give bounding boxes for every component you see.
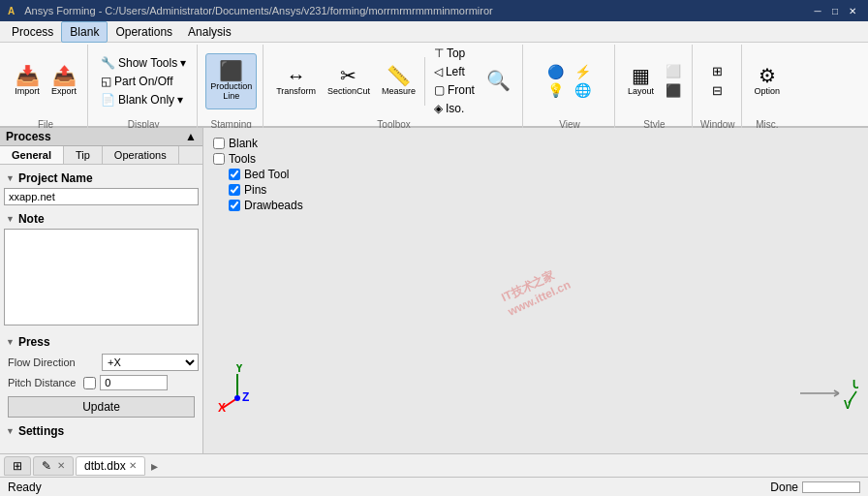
part-label: Part On/Off	[114, 75, 172, 88]
bottom-tab-icon2[interactable]: ✎ ✕	[33, 456, 74, 476]
style-btn-2[interactable]: ⬛	[661, 82, 686, 100]
production-line-label: ProductionLine	[210, 82, 252, 102]
bed-tool-checkbox[interactable]	[229, 169, 240, 180]
tab-add-button[interactable]: ▸	[147, 458, 162, 474]
stamping-buttons: ⬛ ProductionLine	[205, 45, 257, 117]
svg-text:U: U	[852, 378, 858, 391]
press-section[interactable]: ▼ Press	[4, 332, 199, 352]
top-view-button[interactable]: ⊤ Top	[429, 45, 480, 62]
export-label: Export	[51, 87, 77, 97]
show-tools-button[interactable]: 🔧 Show Tools ▾	[96, 54, 191, 72]
project-name-input[interactable]	[4, 188, 199, 205]
front-icon: ▢	[434, 83, 445, 97]
canvas-area[interactable]: Blank Tools Bed Tool Pins Drawbeads IT技术…	[203, 128, 868, 453]
settings-label: Settings	[18, 424, 64, 438]
menu-blank[interactable]: Blank	[61, 21, 108, 43]
view-btn-2[interactable]: ⚡	[570, 63, 596, 80]
view-group-buttons: 🔵 ⚡ 💡 🌐	[531, 45, 608, 117]
close-button[interactable]: ✕	[845, 3, 860, 18]
panel-title: Process	[6, 130, 51, 143]
show-tools-label: Show Tools	[118, 56, 177, 70]
press-label: Press	[18, 335, 50, 349]
menu-operations[interactable]: Operations	[108, 22, 180, 42]
title-bar: A Ansys Forming - C:/Users/Administrator…	[0, 0, 868, 21]
bottom-tab-dtbt[interactable]: dtbt.dbx ✕	[76, 456, 145, 476]
blank-only-button[interactable]: 📄 Blank Only ▾	[96, 91, 191, 108]
option-button[interactable]: ⚙ Option	[750, 55, 786, 108]
left-panel: Process ▲ General Tip Operations ▼ Proje…	[0, 128, 203, 453]
window-btn-2[interactable]: ⊟	[707, 82, 728, 100]
axis-bottom-left: X Y Z	[213, 364, 262, 415]
zoom-icon: 🔍	[486, 71, 511, 90]
style-buttons: ▦ Layout ⬜ ⬛	[623, 45, 686, 117]
transform-label: Transform	[276, 87, 316, 97]
pitch-checkbox[interactable]	[83, 377, 96, 389]
menu-process[interactable]: Process	[4, 22, 61, 42]
minimize-button[interactable]: ─	[810, 3, 825, 18]
top-label: Top	[447, 46, 465, 60]
tree-item-drawbeads: Drawbeads	[213, 198, 303, 213]
dtbt-close[interactable]: ✕	[129, 460, 137, 471]
iso-label: Iso.	[446, 102, 464, 115]
press-arrow: ▼	[6, 337, 15, 347]
blank-arrow: ▾	[177, 93, 183, 107]
title-bar-left: A Ansys Forming - C:/Users/Administrator…	[8, 5, 493, 16]
measure-button[interactable]: 📏 Measure	[377, 55, 420, 108]
tab2-close[interactable]: ✕	[57, 460, 65, 471]
view-btn-4[interactable]: 🌐	[570, 81, 596, 99]
top-icon: ⊤	[434, 46, 444, 60]
option-icon: ⚙	[759, 66, 776, 85]
ribbon-content: 📥 Import 📤 Export File 🔧 Show Tools ▾	[0, 43, 868, 132]
layout-button[interactable]: ▦ Layout	[623, 55, 659, 108]
show-tools-arrow: ▾	[180, 56, 186, 70]
left-view-button[interactable]: ◁ Left	[429, 63, 480, 80]
part-on-off-button[interactable]: ◱ Part On/Off	[96, 73, 191, 90]
production-line-button[interactable]: ⬛ ProductionLine	[205, 53, 257, 109]
window-btn-1[interactable]: ⊞	[707, 63, 728, 80]
flow-direction-label: Flow Direction	[4, 355, 79, 370]
flow-direction-select[interactable]: +X -X +Y -Y	[102, 354, 199, 371]
export-icon: 📤	[52, 66, 77, 85]
menu-bar: Process Blank Operations Analysis	[0, 21, 868, 43]
section-cut-button[interactable]: ✂ SectionCut	[323, 55, 375, 108]
tab-operations[interactable]: Operations	[103, 146, 179, 164]
menu-analysis[interactable]: Analysis	[180, 22, 239, 42]
maximize-button[interactable]: □	[827, 3, 843, 18]
blank-checkbox[interactable]	[213, 138, 225, 149]
section-cut-icon: ✂	[340, 66, 356, 85]
bottom-tab-icon1[interactable]: ⊞	[4, 456, 31, 476]
note-label: Note	[18, 212, 45, 226]
front-view-button[interactable]: ▢ Front	[429, 81, 480, 99]
pitch-input[interactable]	[100, 375, 168, 390]
tab-tip[interactable]: Tip	[64, 146, 103, 164]
import-button[interactable]: 📥 Import	[10, 55, 45, 108]
front-label: Front	[448, 83, 475, 97]
settings-section[interactable]: ▼ Settings	[4, 421, 199, 441]
view-btn-1[interactable]: 🔵	[542, 63, 569, 80]
drawbeads-checkbox[interactable]	[229, 200, 240, 211]
transform-button[interactable]: ↔ Transform	[271, 55, 321, 108]
export-button[interactable]: 📤 Export	[46, 55, 81, 108]
project-name-section[interactable]: ▼ Project Name	[4, 169, 199, 188]
misc-buttons: ⚙ Option	[750, 45, 786, 117]
project-arrow: ▼	[6, 173, 15, 183]
import-label: Import	[15, 87, 40, 97]
note-textarea[interactable]	[4, 229, 199, 326]
toolbox-buttons: ↔ Transform ✂ SectionCut 📏 Measure ⊤ Top	[271, 45, 516, 117]
iso-view-button[interactable]: ◈ Iso.	[429, 100, 480, 117]
svg-text:V: V	[844, 398, 852, 412]
pins-checkbox[interactable]	[229, 184, 240, 196]
view-btn-3[interactable]: 💡	[542, 81, 569, 99]
bottom-tabs-bar: ⊞ ✎ ✕ dtbt.dbx ✕ ▸	[0, 453, 868, 477]
tree-item-tools: Tools	[213, 151, 303, 167]
tab-general[interactable]: General	[0, 146, 64, 164]
svg-text:Z: Z	[242, 390, 249, 404]
panel-collapse-icon[interactable]: ▲	[185, 130, 197, 143]
pins-label: Pins	[244, 183, 266, 197]
zoom-button[interactable]: 🔍	[481, 55, 516, 108]
tools-checkbox[interactable]	[213, 153, 225, 165]
note-section[interactable]: ▼ Note	[4, 209, 199, 229]
style-btn-1[interactable]: ⬜	[661, 63, 686, 80]
update-button[interactable]: Update	[8, 396, 195, 418]
measure-label: Measure	[382, 87, 416, 97]
